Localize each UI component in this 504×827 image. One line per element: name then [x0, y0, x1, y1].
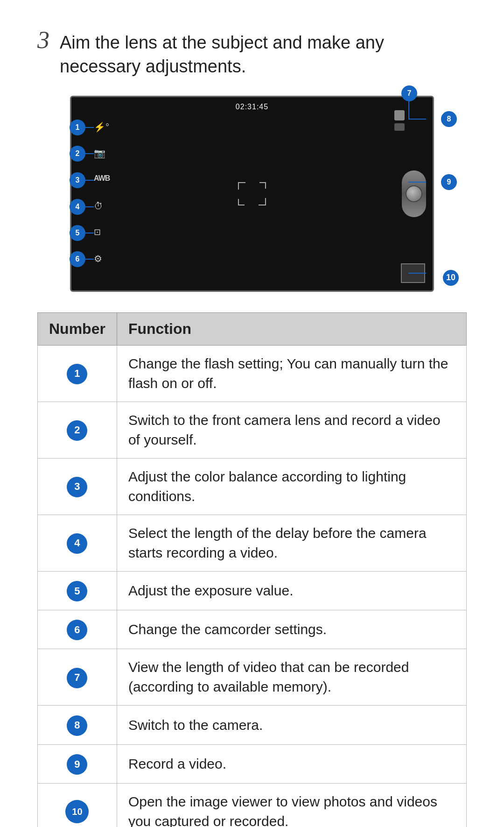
row-number-cell: 3 — [38, 458, 117, 515]
callout-9: 9 — [441, 174, 457, 190]
table-row: 6Change the camcorder settings. — [38, 610, 467, 649]
row-number-cell: 2 — [38, 402, 117, 458]
col-function-header: Function — [117, 312, 466, 345]
table-row: 7View the length of video that can be re… — [38, 649, 467, 706]
flash-icon: ⚡° — [94, 121, 109, 133]
camera-mode-video — [394, 123, 405, 131]
callout-7: 7 — [401, 85, 417, 101]
callout-4: 4 — [70, 199, 85, 215]
row-function-cell: Adjust the color balance according to li… — [117, 458, 466, 515]
row-number-cell: 8 — [38, 706, 117, 744]
camera-time: 02:31:45 — [236, 103, 268, 111]
table-row: 10Open the image viewer to view photos a… — [38, 784, 467, 827]
row-function-cell: Select the length of the delay before th… — [117, 515, 466, 571]
callout-8: 8 — [441, 111, 457, 127]
row-number-cell: 6 — [38, 610, 117, 649]
row-badge: 7 — [67, 668, 87, 688]
table-row: 8Switch to the camera. — [38, 706, 467, 744]
table-row: 3Adjust the color balance according to l… — [38, 458, 467, 515]
step-text: Aim the lens at the subject and make any… — [60, 28, 467, 79]
step-header: 3 Aim the lens at the subject and make a… — [37, 28, 467, 79]
callout-1: 1 — [70, 120, 85, 135]
row-function-cell: Record a video. — [117, 744, 466, 783]
record-circle — [406, 185, 422, 202]
callout-5: 5 — [70, 225, 85, 241]
row-badge: 9 — [67, 754, 87, 775]
row-function-cell: View the length of video that can be rec… — [117, 649, 466, 706]
row-badge: 5 — [67, 581, 87, 601]
col-number-header: Number — [38, 312, 117, 345]
row-number-cell: 5 — [38, 571, 117, 610]
table-row: 1Change the flash setting; You can manua… — [38, 345, 467, 402]
record-button-visual — [402, 170, 426, 217]
row-badge: 1 — [67, 364, 87, 384]
step-number: 3 — [37, 28, 49, 52]
awb-icon: AWB — [94, 174, 110, 183]
row-number-cell: 9 — [38, 744, 117, 783]
front-camera-icon: 📷 — [94, 148, 105, 159]
row-number-cell: 4 — [38, 515, 117, 571]
row-number-cell: 10 — [38, 784, 117, 827]
row-badge: 2 — [67, 420, 87, 441]
function-table: Number Function 1Change the flash settin… — [37, 312, 467, 827]
row-number-cell: 1 — [38, 345, 117, 402]
table-row: 4Select the length of the delay before t… — [38, 515, 467, 571]
settings-icon: ⚙ — [94, 253, 102, 264]
row-function-cell: Change the flash setting; You can manual… — [117, 345, 466, 402]
exposure-icon: ⊡ — [94, 227, 101, 237]
table-row: 2Switch to the front camera lens and rec… — [38, 402, 467, 458]
row-number-cell: 7 — [38, 649, 117, 706]
row-badge: 6 — [67, 620, 87, 640]
camera-screen: 02:31:45 1 ⚡° 2 📷 3 AWB 4 ⏱ 5 — [70, 96, 434, 292]
callout-10: 10 — [443, 270, 459, 286]
table-row: 5Adjust the exposure value. — [38, 571, 467, 610]
row-badge: 4 — [67, 533, 87, 554]
row-function-cell: Adjust the exposure value. — [117, 571, 466, 610]
row-function-cell: Switch to the front camera lens and reco… — [117, 402, 466, 458]
camera-diagram: 7 02:31:45 1 ⚡° 2 📷 3 AWB 4 ⏱ — [70, 96, 434, 292]
row-badge: 8 — [67, 715, 87, 736]
row-badge: 10 — [65, 800, 89, 823]
timer-icon: ⏱ — [94, 201, 103, 212]
callout-3: 3 — [70, 172, 85, 188]
camera-mode-photo — [394, 110, 405, 120]
row-function-cell: Switch to the camera. — [117, 706, 466, 744]
row-badge: 3 — [67, 477, 87, 497]
callout-2: 2 — [70, 146, 85, 162]
row-function-cell: Open the image viewer to view photos and… — [117, 784, 466, 827]
row-function-cell: Change the camcorder settings. — [117, 610, 466, 649]
table-row: 9Record a video. — [38, 744, 467, 783]
callout-6: 6 — [70, 251, 85, 267]
